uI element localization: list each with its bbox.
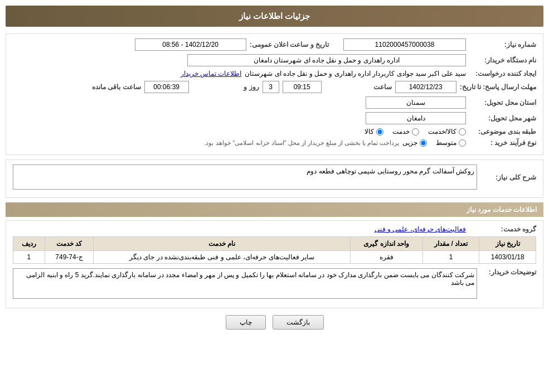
- category-radio-group: کالا/خدمت خدمت کالا: [365, 128, 466, 135]
- col-code: کد خدمت: [45, 237, 94, 251]
- deadline-time-input: [283, 81, 322, 93]
- row-province: استان محل تحویل:: [13, 96, 536, 109]
- category-label: طبقه بندی موضوعی:: [469, 128, 536, 135]
- description-textarea[interactable]: روکش آسفالت گرم محور روستایی شیمی توچاهی…: [13, 164, 477, 190]
- category-kala-khadamat[interactable]: کالا/خدمت: [428, 128, 466, 135]
- city-input: [366, 112, 466, 124]
- need-number-label: شماره نیاز:: [469, 41, 536, 49]
- process-label: نوع فرآیند خرید :: [469, 139, 536, 147]
- row-description: شرح کلی نیاز: روکش آسفالت گرم محور روستا…: [13, 164, 536, 190]
- province-input: [366, 96, 466, 109]
- description-label: شرح کلی نیاز:: [480, 173, 536, 181]
- col-unit: واحد اندازه گیری: [350, 237, 422, 251]
- row-creator: ایجاد کننده درخواست: سید علی اکبر سید جو…: [13, 70, 536, 78]
- main-form: شماره نیاز: تاریخ و ساعت اعلان عمومی: نا…: [6, 33, 543, 155]
- col-count: تعداد / مقدار: [422, 237, 479, 251]
- description-section: شرح کلی نیاز: روکش آسفالت گرم محور روستا…: [6, 159, 543, 198]
- row-city: شهر محل تحویل:: [13, 112, 536, 124]
- page-wrapper: جزئیات اطلاعات نیاز شماره نیاز: تاریخ و …: [0, 0, 549, 392]
- cell-count: 1: [422, 251, 479, 264]
- deadline-days-label: روز و: [192, 83, 259, 91]
- col-name: نام خدمت: [94, 237, 350, 251]
- date-label: تاریخ و ساعت اعلان عمومی:: [250, 41, 329, 49]
- process-jozvi[interactable]: جزیی: [402, 139, 427, 147]
- table-row: 1403/01/18 1 فقره سایر فعالیت‌های حرفه‌ا…: [13, 251, 536, 264]
- city-label: شهر محل تحویل:: [469, 114, 536, 122]
- row-process: نوع فرآیند خرید : متوسط جزیی پرداخت تمام…: [13, 139, 536, 147]
- page-header: جزئیات اطلاعات نیاز: [6, 6, 543, 27]
- province-label: استان محل تحویل:: [469, 99, 536, 107]
- process-note: پرداخت تمام یا بخشی از مبلغ خریدار از مح…: [204, 139, 399, 147]
- service-group-label: گروه خدمت:: [469, 225, 536, 233]
- buyer-notes-textarea[interactable]: شرکت کنندگان می بایست ضمن بارگذاری مدارک…: [13, 268, 477, 299]
- service-table: تاریخ نیاز تعداد / مقدار واحد اندازه گیر…: [13, 236, 536, 264]
- row-deadline: مهلت ارسال پاسخ: تا تاریخ: ساعت روز و سا…: [13, 81, 536, 93]
- cell-name: سایر فعالیت‌های حرفه‌ای، علمی و فنی طبقه…: [94, 251, 350, 264]
- row-buyer-org: نام دستگاه خریدار:: [13, 54, 536, 66]
- cell-unit: فقره: [350, 251, 422, 264]
- deadline-date-input: [395, 81, 456, 93]
- row-buyer-notes: توضیحات خریدار: شرکت کنندگان می بایست ضم…: [13, 268, 536, 299]
- col-row: ردیف: [13, 237, 45, 251]
- button-row: بازگشت چاپ: [6, 315, 543, 330]
- process-radio-group: متوسط جزیی: [402, 139, 466, 147]
- print-button[interactable]: چاپ: [226, 315, 266, 330]
- service-group-value[interactable]: فعالیت‌های حرفه‌ای، علمی و فنی: [375, 225, 466, 233]
- date-input: [135, 38, 246, 51]
- creator-label: ایجاد کننده درخواست:: [469, 70, 536, 78]
- deadline-time-label: ساعت: [325, 83, 392, 91]
- row-category: طبقه بندی موضوعی: کالا/خدمت خدمت کالا: [13, 128, 536, 135]
- buyer-org-label: نام دستگاه خریدار:: [469, 56, 536, 64]
- creator-value: سید علی اکبر سید جوادی کاربردار اداره را…: [245, 70, 466, 78]
- category-kala[interactable]: کالا: [365, 128, 383, 135]
- row-need-number: شماره نیاز: تاریخ و ساعت اعلان عمومی:: [13, 38, 536, 51]
- process-motavaset[interactable]: متوسط: [436, 139, 466, 147]
- page-title: جزئیات اطلاعات نیاز: [239, 11, 310, 21]
- deadline-label: مهلت ارسال پاسخ: تا تاریخ:: [460, 83, 536, 91]
- category-khadamat[interactable]: خدمت: [392, 128, 419, 135]
- deadline-remaining-label: ساعت باقی مانده: [74, 83, 141, 91]
- deadline-days-input: [263, 81, 279, 93]
- service-group-section: گروه خدمت: فعالیت‌های حرفه‌ای، علمی و فن…: [6, 220, 543, 308]
- deadline-remaining-input: [144, 81, 189, 93]
- buyer-org-input: [187, 54, 466, 66]
- cell-row: 1: [13, 251, 45, 264]
- cell-date: 1403/01/18: [479, 251, 536, 264]
- col-date: تاریخ نیاز: [479, 237, 536, 251]
- contact-link[interactable]: اطلاعات تماس خریدار: [181, 70, 242, 78]
- back-button[interactable]: بازگشت: [273, 315, 324, 330]
- services-section-title: اطلاعات خدمات مورد نیاز: [6, 202, 543, 217]
- need-number-input[interactable]: [343, 38, 466, 51]
- row-service-group: گروه خدمت: فعالیت‌های حرفه‌ای، علمی و فن…: [13, 225, 536, 233]
- cell-code: ج-74-749: [45, 251, 94, 264]
- buyer-notes-label: توضیحات خریدار:: [480, 268, 536, 276]
